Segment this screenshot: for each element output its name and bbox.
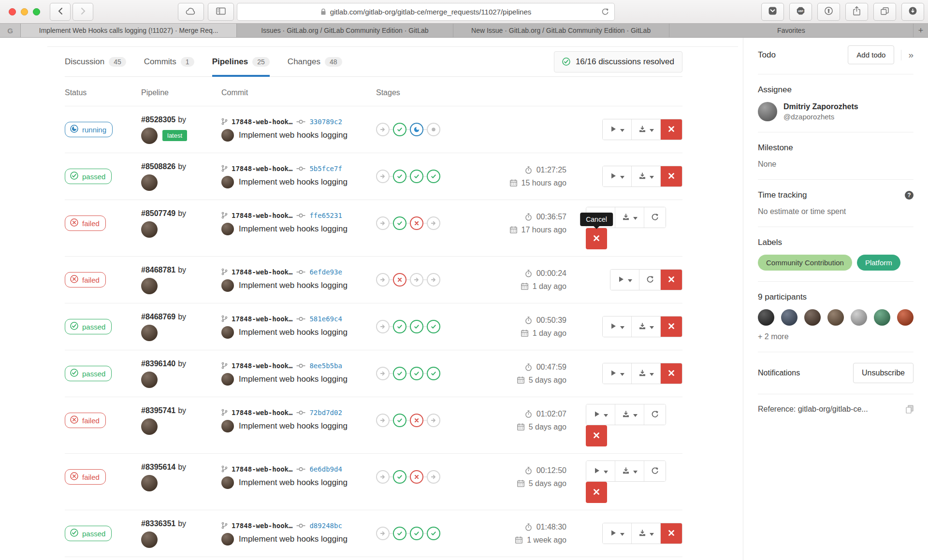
pipeline-status-badge[interactable]: failed [65, 413, 106, 428]
artifacts-dropdown-button[interactable] [615, 404, 644, 425]
pipeline-author-avatar[interactable] [141, 531, 158, 548]
onepassword-extension-button[interactable] [817, 3, 840, 21]
pipeline-status-badge[interactable]: passed [65, 169, 112, 184]
pipeline-author-avatar[interactable] [141, 372, 158, 388]
pipeline-status-badge[interactable]: passed [65, 526, 112, 541]
browser-tab[interactable]: Favorites [669, 24, 914, 37]
commit-message-link[interactable]: Implement web hooks logging [239, 328, 348, 337]
commit-message-link[interactable]: Implement web hooks logging [239, 177, 348, 187]
artifacts-dropdown-button[interactable] [632, 316, 661, 337]
label-pill[interactable]: Platform [857, 255, 900, 271]
pipeline-id-link[interactable]: #8336351 [141, 519, 175, 528]
commit-message-link[interactable]: Implement web hooks logging [239, 534, 348, 544]
branch-link[interactable]: 17848-web-hook… [232, 522, 292, 530]
assignee-avatar[interactable] [758, 102, 777, 121]
new-tab-button[interactable]: + [914, 24, 928, 37]
stage-passed-icon[interactable] [393, 414, 406, 427]
icloud-tabs-button[interactable] [178, 3, 204, 21]
browser-tab[interactable]: Issues · GitLab.org / GitLab Community E… [237, 24, 453, 37]
participant-avatar[interactable] [874, 309, 890, 326]
pipeline-id-link[interactable]: #8468781 [141, 266, 175, 274]
cancel-pipeline-button[interactable] [586, 425, 607, 446]
stage-skipped-icon[interactable] [376, 170, 390, 183]
stage-passed-icon[interactable] [393, 367, 406, 380]
play-dropdown-button[interactable] [603, 363, 632, 384]
cancel-pipeline-button[interactable] [661, 270, 682, 290]
branch-link[interactable]: 17848-web-hook… [232, 268, 292, 276]
play-dropdown-button[interactable] [603, 523, 632, 544]
pipeline-status-badge[interactable]: failed [65, 469, 106, 485]
tab-pipelines[interactable]: Pipelines25 [212, 47, 270, 77]
pipeline-status-badge[interactable]: failed [65, 272, 106, 287]
stage-skipped-icon[interactable] [376, 414, 390, 427]
branch-link[interactable]: 17848-web-hook… [232, 165, 292, 172]
commit-sha-link[interactable]: 330789c2 [309, 118, 342, 126]
commit-author-avatar[interactable] [221, 476, 234, 489]
commit-author-avatar[interactable] [221, 420, 234, 432]
copy-icon[interactable] [906, 405, 914, 414]
stage-skipped-icon[interactable] [427, 216, 440, 230]
stage-running-icon[interactable] [410, 123, 423, 136]
stage-passed-icon[interactable] [393, 320, 406, 333]
play-dropdown-button[interactable] [603, 166, 632, 187]
artifacts-dropdown-button[interactable] [632, 119, 661, 140]
retry-pipeline-button[interactable] [644, 461, 666, 481]
commit-message-link[interactable]: Implement web hooks logging [239, 374, 348, 384]
collapse-sidebar-button[interactable]: » [901, 50, 914, 60]
branch-link[interactable]: 17848-web-hook… [232, 362, 292, 370]
pocket-extension-button[interactable] [761, 3, 784, 21]
stage-passed-icon[interactable] [393, 216, 406, 230]
stage-skipped-icon[interactable] [376, 470, 390, 484]
stage-passed-icon[interactable] [427, 527, 440, 540]
back-button[interactable] [50, 3, 71, 21]
branch-link[interactable]: 17848-web-hook… [232, 315, 292, 323]
stage-passed-icon[interactable] [393, 470, 406, 484]
commit-sha-link[interactable]: 6e6db9d4 [309, 465, 342, 473]
stage-pending-icon[interactable] [427, 123, 440, 136]
stage-skipped-icon[interactable] [376, 367, 390, 380]
pipeline-id-link[interactable]: #8396140 [141, 359, 175, 368]
pipeline-author-avatar[interactable] [141, 174, 158, 191]
pipeline-status-badge[interactable]: running [65, 122, 113, 137]
pipeline-id-link[interactable]: #8468769 [141, 313, 175, 321]
commit-author-avatar[interactable] [221, 129, 234, 142]
pipeline-id-link[interactable]: #8395614 [141, 463, 175, 472]
browser-tab[interactable]: Implement Web Hooks calls logging (!1102… [21, 24, 237, 37]
retry-pipeline-button[interactable] [639, 270, 661, 290]
stage-skipped-icon[interactable] [427, 414, 440, 427]
play-dropdown-button[interactable] [586, 404, 615, 425]
pipeline-author-avatar[interactable] [141, 278, 158, 294]
cancel-pipeline-button[interactable] [661, 166, 682, 187]
stage-skipped-icon[interactable] [376, 123, 390, 136]
browser-tab[interactable]: New Issue · GitLab.org / GitLab Communit… [453, 24, 669, 37]
stage-skipped-icon[interactable] [376, 527, 390, 540]
stage-passed-icon[interactable] [393, 170, 406, 183]
pipeline-author-avatar[interactable] [141, 325, 158, 341]
tab-changes[interactable]: Changes48 [288, 47, 342, 77]
commit-sha-link[interactable]: 581e69c4 [309, 315, 342, 323]
stage-passed-icon[interactable] [410, 320, 423, 333]
pipeline-status-badge[interactable]: failed [65, 215, 106, 231]
artifacts-dropdown-button[interactable] [632, 363, 661, 384]
commit-author-avatar[interactable] [221, 373, 234, 386]
artifacts-dropdown-button[interactable] [632, 166, 661, 187]
stage-skipped-icon[interactable] [410, 273, 423, 287]
stage-skipped-icon[interactable] [427, 470, 440, 484]
address-bar[interactable]: gitlab.com/gitlab-org/gitlab-ce/merge_re… [237, 3, 615, 21]
help-icon[interactable]: ? [905, 191, 914, 200]
pipeline-status-badge[interactable]: passed [65, 366, 112, 381]
artifacts-dropdown-button[interactable] [615, 207, 644, 228]
commit-author-avatar[interactable] [221, 326, 234, 339]
stage-failed-icon[interactable] [393, 273, 406, 287]
play-dropdown-button[interactable] [586, 461, 615, 481]
artifacts-dropdown-button[interactable] [632, 523, 661, 544]
commit-message-link[interactable]: Implement web hooks logging [239, 281, 348, 290]
adblock-extension-button[interactable]: ABP [789, 3, 812, 21]
stage-skipped-icon[interactable] [376, 273, 390, 287]
artifacts-dropdown-button[interactable] [615, 461, 644, 481]
share-button[interactable] [845, 3, 868, 21]
pipeline-id-link[interactable]: #8507749 [141, 209, 175, 218]
commit-author-avatar[interactable] [221, 223, 234, 235]
stage-passed-icon[interactable] [427, 367, 440, 380]
add-todo-button[interactable]: Add todo [848, 45, 894, 64]
